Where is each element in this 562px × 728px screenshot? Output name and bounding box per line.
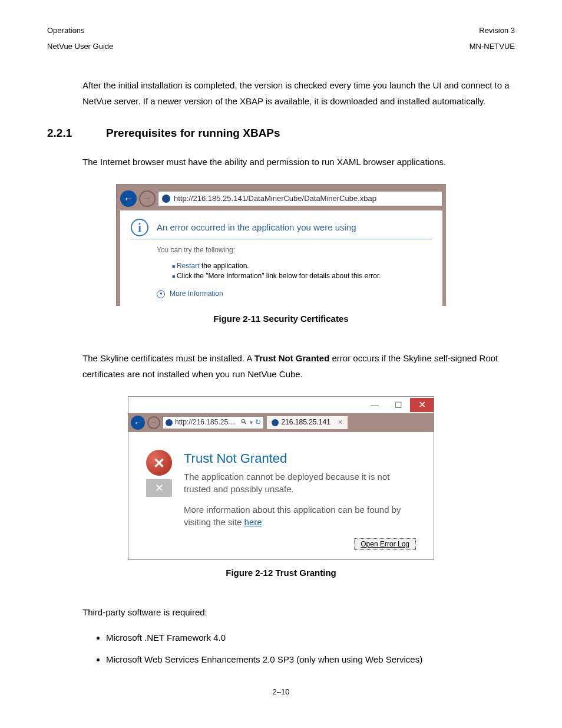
globe-icon bbox=[272, 419, 279, 426]
refresh-icon[interactable]: ↻ bbox=[255, 416, 261, 429]
here-link[interactable]: here bbox=[244, 517, 262, 527]
header-left-top: Operations bbox=[47, 24, 85, 37]
header-left-bottom: NetVue User Guide bbox=[47, 39, 113, 53]
open-error-log-button[interactable]: Open Error Log bbox=[354, 538, 416, 550]
window-titlebar: — ☐ ✕ bbox=[128, 397, 434, 413]
globe-icon bbox=[162, 195, 170, 203]
forward-button[interactable]: → bbox=[147, 416, 160, 429]
header-right-top: Revision 3 bbox=[479, 24, 515, 37]
error-title: An error occurred in the application you… bbox=[157, 219, 356, 233]
figure1-caption: Figure 2-11 Security Certificates bbox=[47, 311, 515, 327]
bullet-restart: Restart the application. bbox=[172, 261, 432, 271]
third-party-label: Third-party software is required: bbox=[82, 604, 515, 620]
error-icon: ✕ bbox=[146, 450, 172, 476]
globe-icon bbox=[166, 419, 173, 426]
prereq-paragraph: The Internet browser must have the abili… bbox=[82, 154, 515, 170]
list-item: Microsoft .NET Framework 4.0 bbox=[106, 630, 515, 645]
figure-security-certificates: ← → http://216.185.25.141/DataMinerCube/… bbox=[116, 184, 446, 306]
dropdown-icon[interactable]: ▾ bbox=[250, 417, 253, 428]
try-label: You can try the following: bbox=[157, 245, 432, 255]
skyline-paragraph: The Skyline certificates must be install… bbox=[82, 350, 515, 382]
section-number: 2.2.1 bbox=[47, 123, 106, 143]
figure2-caption: Figure 2-12 Trust Granting bbox=[47, 565, 515, 581]
bullet-more-info-hint: Click the "More Information" link below … bbox=[172, 271, 432, 281]
address-bar[interactable]: http://216.185.25.... 🔍︎ ▾ ↻ bbox=[163, 416, 264, 429]
app-icon: ✕ bbox=[146, 479, 172, 497]
chevron-down-icon: ▾ bbox=[157, 290, 165, 298]
figure-trust-not-granted: — ☐ ✕ ← → http://216.185.25.... 🔍︎ ▾ ↻ 2… bbox=[128, 396, 434, 560]
list-item: Microsoft Web Services Enhancements 2.0 … bbox=[106, 651, 515, 667]
tab-close-icon[interactable]: ✕ bbox=[338, 417, 343, 429]
address-bar[interactable]: http://216.185.25.141/DataMinerCube/Data… bbox=[158, 191, 442, 206]
page-number: 2–10 bbox=[47, 685, 515, 699]
page-header: Operations Revision 3 NetVue User Guide … bbox=[47, 24, 515, 54]
section-title: Prerequisites for running XBAPs bbox=[106, 123, 280, 143]
section-heading: 2.2.1 Prerequisites for running XBAPs bbox=[47, 123, 515, 143]
search-icon[interactable]: 🔍︎ bbox=[240, 416, 247, 429]
requirements-list: Microsoft .NET Framework 4.0 Microsoft W… bbox=[106, 630, 515, 667]
forward-button[interactable]: → bbox=[139, 190, 156, 207]
info-icon: i bbox=[131, 219, 148, 236]
back-button[interactable]: ← bbox=[131, 416, 145, 430]
maximize-button[interactable]: ☐ bbox=[386, 398, 410, 412]
close-button[interactable]: ✕ bbox=[410, 398, 434, 412]
trust-line1: The application cannot be deployed becau… bbox=[184, 470, 416, 495]
header-right-bottom: MN-NETVUE bbox=[470, 39, 515, 53]
intro-paragraph: After the initial installation is comple… bbox=[82, 77, 515, 109]
more-information-link[interactable]: ▾ More Information bbox=[157, 289, 432, 299]
browser-tab[interactable]: 216.185.25.141 ✕ bbox=[266, 416, 347, 429]
address-url: http://216.185.25.141/DataMinerCube/Data… bbox=[174, 192, 376, 205]
minimize-button[interactable]: — bbox=[363, 398, 386, 412]
trust-line2: More information about this application … bbox=[184, 503, 416, 528]
back-button[interactable]: ← bbox=[120, 190, 137, 207]
trust-title: Trust Not Granted bbox=[184, 450, 416, 468]
